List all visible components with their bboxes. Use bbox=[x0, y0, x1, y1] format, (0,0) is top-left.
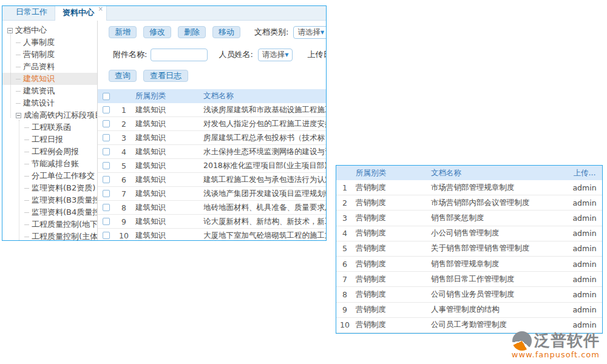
chevron-down-icon: ▼ bbox=[285, 52, 288, 58]
row-index: 6 bbox=[336, 260, 353, 269]
row-checkbox[interactable] bbox=[103, 204, 110, 211]
tree-tick-icon bbox=[16, 91, 21, 92]
table-row[interactable]: 2建筑知识对发包人指定分包的工程施工进度安排... bbox=[98, 117, 326, 131]
sidebar-item[interactable]: 文档中心 bbox=[2, 24, 97, 36]
row-category: 建筑知识 bbox=[133, 105, 201, 115]
row-checkbox[interactable] bbox=[103, 162, 110, 169]
table-row[interactable]: 2营销制度市场营销部内部会议管理制度admin bbox=[336, 195, 602, 211]
doc-type-select[interactable]: 请选择 ▼ bbox=[293, 26, 326, 39]
header-category: 所属别类 bbox=[353, 168, 429, 178]
row-index: 5 bbox=[115, 161, 133, 170]
row-doc-name: 关于销售部管理销售管理制度 bbox=[429, 243, 567, 254]
person-name-label: 人员姓名: bbox=[219, 49, 253, 60]
collapse-icon[interactable] bbox=[16, 113, 21, 118]
sidebar-item[interactable]: 建筑知识 bbox=[2, 73, 97, 85]
person-select[interactable]: 请选择 ▼ bbox=[258, 49, 293, 61]
table-row[interactable]: 5建筑知识2018标准化监理项目部(业主项目部)人员... bbox=[98, 159, 326, 173]
sidebar-item[interactable]: 分工单位工作移交 bbox=[2, 170, 97, 182]
sidebar-item[interactable]: 成渝高铁内江标段项目 bbox=[2, 109, 97, 121]
sidebar-item[interactable]: 建筑资讯 bbox=[2, 85, 97, 97]
row-category: 营销制度 bbox=[353, 228, 429, 238]
row-index: 7 bbox=[115, 189, 133, 198]
table-row[interactable]: 3建筑知识房屋建筑工程总承包投标书（技术标）... bbox=[98, 131, 326, 145]
delete-button[interactable]: 删除 bbox=[178, 26, 206, 38]
view-log-button[interactable]: 查看日志 bbox=[143, 70, 188, 82]
row-doc-name: 销售部管理规章制度 bbox=[429, 259, 567, 269]
sidebar-item[interactable]: 工程日报 bbox=[2, 133, 97, 146]
document-table: 所属别类 文档名称 1建筑知识浅谈房屋建筑和市政基础设施工程施工...2建筑知识… bbox=[98, 89, 326, 240]
row-checkbox[interactable] bbox=[103, 134, 110, 141]
row-doc-name: 销售部奖惩制度 bbox=[429, 213, 567, 223]
edit-button[interactable]: 修改 bbox=[143, 26, 171, 38]
table-row[interactable]: 6营销制度销售部管理规章制度admin bbox=[336, 257, 602, 272]
tree-tick-icon bbox=[16, 103, 21, 104]
table-row[interactable]: 7营销制度销售部日常工作管理制度admin bbox=[336, 272, 602, 287]
tab-bar: 日常工作 资料中心 × bbox=[2, 6, 326, 21]
sidebar-item-label: 产品资料 bbox=[23, 61, 55, 72]
row-uploader: admin bbox=[567, 320, 602, 329]
sidebar-item[interactable]: 监理资料(B2资质) bbox=[2, 182, 97, 194]
row-uploader: admin bbox=[567, 290, 602, 299]
row-doc-name: 公司销售业务员管理制度 bbox=[429, 289, 567, 300]
query-button[interactable]: 查询 bbox=[109, 70, 137, 82]
table-row[interactable]: 8营销制度公司销售业务员管理制度admin bbox=[336, 287, 602, 302]
tab-daily-work[interactable]: 日常工作 bbox=[8, 5, 55, 20]
table-row[interactable]: 4营销制度小公司销售管理制度admin bbox=[336, 226, 602, 241]
row-index: 7 bbox=[336, 275, 353, 284]
table-row[interactable]: 4建筑知识水土保持生态环境监测网络的建设与资... bbox=[98, 145, 326, 159]
attachment-name-label: 附件名称: bbox=[113, 49, 147, 60]
tab-data-center[interactable]: 资料中心 × bbox=[55, 5, 107, 21]
sidebar-item[interactable]: 工程质量控制(地下室) bbox=[2, 218, 97, 231]
row-checkbox[interactable] bbox=[103, 232, 110, 239]
table-row[interactable]: 3营销制度销售部奖惩制度admin bbox=[336, 211, 602, 226]
row-index: 10 bbox=[115, 231, 133, 240]
sidebar-item[interactable]: 工程质量控制(主体) bbox=[2, 231, 97, 240]
sidebar-item-label: 监理资料(B4质量控制) bbox=[32, 207, 98, 218]
table-row[interactable]: 1营销制度市场营销部管理规章制度admin bbox=[336, 180, 602, 195]
row-doc-name: 市场营销部内部会议管理制度 bbox=[429, 198, 567, 208]
row-checkbox[interactable] bbox=[103, 190, 110, 197]
sidebar-item[interactable]: 人事制度 bbox=[2, 36, 97, 49]
sidebar-item[interactable]: 监理资料(B4质量控制) bbox=[2, 206, 97, 218]
select-all-checkbox[interactable] bbox=[103, 93, 110, 100]
row-checkbox[interactable] bbox=[103, 148, 110, 155]
row-category: 营销制度 bbox=[353, 274, 429, 285]
table-row[interactable]: 6建筑知识建筑工程施工发包与承包违法行为认定... bbox=[98, 173, 326, 187]
row-category: 建筑知识 bbox=[133, 217, 201, 227]
table-row[interactable]: 9营销制度人事管理制度的结构admin bbox=[336, 303, 602, 318]
sidebar-item[interactable]: 建筑设计 bbox=[2, 97, 97, 109]
header-uploader: 上传... bbox=[567, 168, 602, 178]
row-checkbox[interactable] bbox=[103, 120, 110, 127]
row-checkbox[interactable] bbox=[103, 176, 110, 183]
row-doc-name: 论大厦新材料、新结构、新技术，新工... bbox=[201, 217, 326, 227]
attachment-name-input[interactable] bbox=[151, 49, 208, 61]
table-row[interactable]: 1建筑知识浅谈房屋建筑和市政基础设施工程施工... bbox=[98, 103, 326, 117]
row-checkbox[interactable] bbox=[103, 218, 110, 225]
tree-tick-icon bbox=[24, 140, 29, 140]
table-row[interactable]: 8建筑知识地砖地面材料、机具准备、质量要求及... bbox=[98, 201, 326, 215]
sidebar-item[interactable]: 产品资料 bbox=[2, 61, 97, 73]
brand-name: 泛普软件 bbox=[534, 330, 600, 351]
table-row[interactable]: 9建筑知识论大厦新材料、新结构、新技术，新工... bbox=[98, 215, 326, 229]
row-checkbox[interactable] bbox=[103, 106, 110, 113]
row-uploader: admin bbox=[567, 183, 602, 192]
table-row[interactable]: 5营销制度关于销售部管理销售管理制度admin bbox=[336, 241, 602, 257]
marketing-doc-table: 所属别类 文档名称 上传... 1营销制度市场营销部管理规章制度admin2营销… bbox=[336, 165, 603, 334]
collapse-icon[interactable] bbox=[7, 28, 13, 33]
document-table-header: 所属别类 文档名称 bbox=[98, 89, 326, 103]
add-button[interactable]: 新增 bbox=[109, 26, 137, 38]
close-icon[interactable]: × bbox=[98, 5, 103, 12]
move-button[interactable]: 移动 bbox=[212, 26, 240, 38]
row-doc-name: 人事管理制度的结构 bbox=[429, 305, 567, 315]
row-uploader: admin bbox=[567, 275, 602, 284]
brand-url: www.fanpusoft.com bbox=[512, 350, 600, 359]
sidebar-item-label: 工程联系函 bbox=[32, 122, 71, 133]
sidebar-item[interactable]: 营销制度 bbox=[2, 49, 97, 61]
sidebar-item[interactable]: 节能减排台账 bbox=[2, 158, 97, 170]
sidebar-item[interactable]: 工程例会周报 bbox=[2, 146, 97, 158]
table-row[interactable]: 7建筑知识浅谈地产集团开发建设项目监理规划编... bbox=[98, 187, 326, 201]
sidebar-item[interactable]: 监理资料(B3质量控制) bbox=[2, 194, 97, 206]
sidebar-item[interactable]: 工程联系函 bbox=[2, 121, 97, 133]
toolbar-row-2: 附件名称: 人员姓名: 请选择 ▼ 上传日期 bbox=[98, 48, 326, 61]
table-row[interactable]: 10建筑知识大厦地下室加气砼墙砌筑工程的施工方... bbox=[98, 229, 326, 240]
